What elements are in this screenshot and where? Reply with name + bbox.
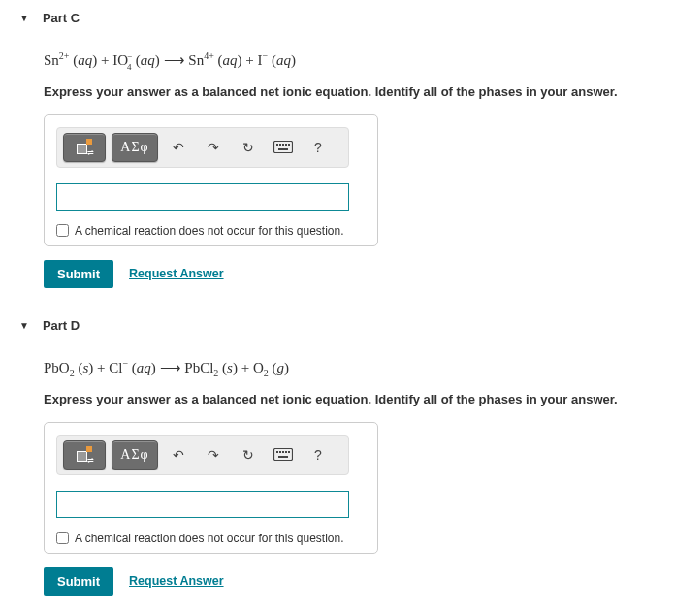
part-c-title: Part C	[43, 11, 80, 25]
reset-icon: ↻	[242, 447, 254, 463]
svg-rect-9	[279, 451, 281, 453]
answer-panel: ⇌ ΑΣφ ↶ ↷ ↻	[44, 114, 378, 246]
no-reaction-checkbox[interactable]	[56, 224, 69, 237]
part-c-equation: Sn2+ (aq) + IO−4 (aq) ⟶ Sn4+ (aq) + I− (…	[44, 50, 656, 71]
help-button[interactable]: ?	[304, 440, 333, 470]
template-icon: ⇌	[75, 446, 94, 464]
action-row: Submit Request Answer	[44, 567, 656, 596]
redo-icon: ↷	[208, 140, 219, 155]
undo-icon: ↶	[173, 140, 184, 155]
request-answer-link[interactable]: Request Answer	[129, 267, 223, 280]
redo-button[interactable]: ↷	[199, 133, 228, 162]
greek-button[interactable]: ΑΣφ	[112, 133, 158, 162]
part-d-instructions: Express your answer as a balanced net io…	[44, 392, 656, 406]
no-reaction-checkbox[interactable]	[56, 532, 69, 544]
part-d-body: PbO2 (s) + Cl− (aq) ⟶ PbCl2 (s) + O2 (g)…	[0, 339, 675, 605]
part-c-header[interactable]: ▼ Part C	[0, 5, 675, 31]
action-row: Submit Request Answer	[44, 260, 656, 288]
part-d-title: Part D	[43, 318, 80, 333]
svg-rect-7	[274, 449, 293, 461]
part-d-header[interactable]: ▼ Part D	[0, 312, 675, 339]
svg-rect-1	[276, 144, 278, 146]
redo-icon: ↷	[208, 447, 219, 463]
undo-icon: ↶	[173, 447, 184, 463]
keyboard-icon	[273, 448, 293, 461]
svg-rect-11	[285, 451, 287, 453]
no-reaction-label: A chemical reaction does not occur for t…	[75, 532, 343, 545]
submit-button[interactable]: Submit	[44, 260, 113, 288]
caret-down-icon: ▼	[19, 320, 29, 331]
greek-button[interactable]: ΑΣφ	[112, 440, 158, 470]
keyboard-button[interactable]	[269, 440, 298, 470]
answer-input[interactable]	[56, 491, 349, 518]
no-reaction-label: A chemical reaction does not occur for t…	[75, 224, 343, 238]
answer-input[interactable]	[56, 183, 349, 211]
svg-rect-13	[278, 456, 288, 458]
redo-button[interactable]: ↷	[199, 440, 228, 470]
caret-down-icon: ▼	[19, 13, 29, 23]
svg-rect-4	[285, 144, 287, 146]
svg-rect-3	[282, 144, 284, 146]
reset-button[interactable]: ↻	[234, 440, 263, 470]
template-button[interactable]: ⇌	[63, 133, 106, 162]
equation-toolbar: ⇌ ΑΣφ ↶ ↷ ↻	[56, 127, 349, 168]
template-button[interactable]: ⇌	[63, 440, 106, 470]
svg-rect-0	[274, 142, 293, 153]
reset-button[interactable]: ↻	[234, 133, 263, 162]
request-answer-link[interactable]: Request Answer	[129, 574, 223, 588]
svg-rect-6	[278, 148, 288, 150]
part-c-body: Sn2+ (aq) + IO−4 (aq) ⟶ Sn4+ (aq) + I− (…	[0, 31, 675, 298]
help-button[interactable]: ?	[304, 133, 333, 162]
svg-rect-10	[282, 451, 284, 453]
no-reaction-row[interactable]: A chemical reaction does not occur for t…	[56, 224, 366, 238]
part-d-equation: PbO2 (s) + Cl− (aq) ⟶ PbCl2 (s) + O2 (g)	[44, 358, 656, 378]
reset-icon: ↻	[242, 140, 254, 155]
svg-rect-12	[288, 451, 290, 453]
svg-rect-5	[288, 144, 290, 146]
keyboard-icon	[273, 141, 293, 153]
part-c-instructions: Express your answer as a balanced net io…	[44, 84, 656, 99]
keyboard-button[interactable]	[269, 133, 298, 162]
equation-toolbar: ⇌ ΑΣφ ↶ ↷ ↻	[56, 435, 349, 475]
svg-rect-2	[279, 144, 281, 146]
part-d-section: ▼ Part D PbO2 (s) + Cl− (aq) ⟶ PbCl2 (s)…	[0, 308, 675, 615]
undo-button[interactable]: ↶	[164, 133, 193, 162]
answer-panel: ⇌ ΑΣφ ↶ ↷ ↻	[44, 422, 378, 554]
undo-button[interactable]: ↶	[164, 440, 193, 470]
svg-rect-8	[276, 451, 278, 453]
no-reaction-row[interactable]: A chemical reaction does not occur for t…	[56, 532, 366, 545]
submit-button[interactable]: Submit	[44, 567, 113, 596]
part-c-section: ▼ Part C Sn2+ (aq) + IO−4 (aq) ⟶ Sn4+ (a…	[0, 0, 675, 308]
template-icon: ⇌	[75, 139, 94, 156]
